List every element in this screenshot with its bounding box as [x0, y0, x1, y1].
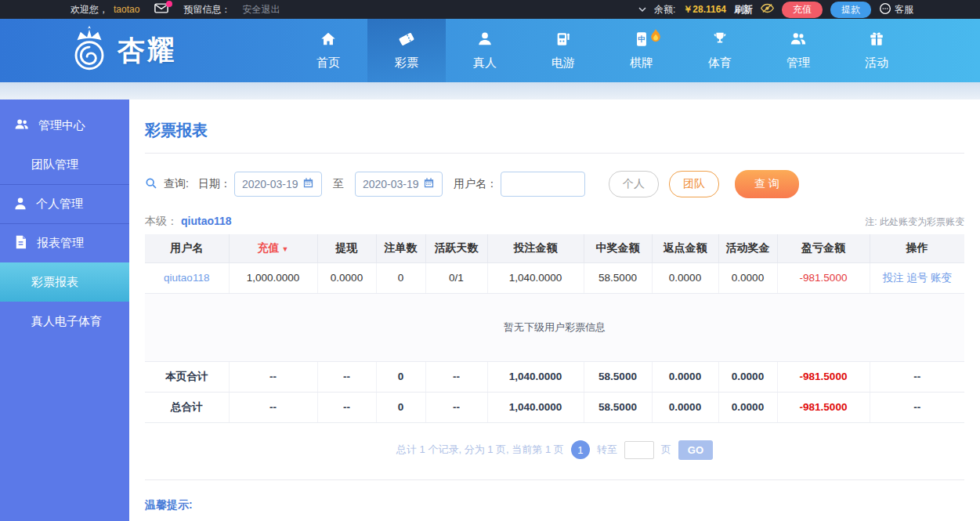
empty-message: 暂无下级用户彩票信息: [145, 293, 964, 361]
nav-item-live[interactable]: 真人: [446, 19, 524, 82]
footer-divider: [145, 479, 964, 480]
nav-label: 棋牌: [630, 56, 653, 71]
brand-logo[interactable]: 杏耀: [64, 19, 289, 82]
footer-tip: 温馨提示:: [145, 498, 964, 512]
grand-total-row: 总合计 -- -- 0 -- 1,040.0000 58.5000 0.0000…: [145, 392, 964, 422]
cell-recharge: 1,000.0000: [229, 262, 317, 293]
username[interactable]: taotao: [114, 4, 139, 15]
logout-link[interactable]: 安全退出: [242, 3, 280, 16]
nav-label: 电游: [551, 56, 575, 71]
nav-label: 首页: [316, 56, 340, 71]
balance-label: 余额:: [654, 3, 675, 16]
col-profit-loss: 盈亏金额: [777, 234, 870, 262]
reserved-info-label: 预留信息：: [183, 3, 230, 16]
col-username: 用户名: [145, 234, 229, 262]
col-recharge-sort[interactable]: 充值▼: [229, 234, 317, 262]
total-cell: --: [870, 361, 964, 392]
total-cell: 58.5000: [584, 361, 652, 392]
sidebar-item-lottery-report[interactable]: 彩票报表: [0, 262, 129, 302]
user-link[interactable]: qiutao118: [164, 272, 209, 284]
sidebar-item-label: 真人电子体育: [31, 314, 102, 329]
goto-label: 转至: [597, 443, 617, 457]
date-to-value: 2020-03-19: [363, 178, 419, 190]
username-label: 用户名：: [454, 177, 497, 191]
sidebar-item-report-manage[interactable]: 报表管理: [0, 223, 129, 262]
cell-win-amount: 58.5000: [584, 262, 652, 293]
total-cell: --: [229, 392, 317, 422]
sidebar-item-label: 彩票报表: [31, 275, 78, 290]
date-to-input[interactable]: 2020-03-19: [355, 172, 443, 197]
user-icon: [14, 197, 27, 212]
nav-item-lottery[interactable]: 彩票: [367, 19, 446, 82]
recharge-button[interactable]: 充值: [782, 2, 823, 18]
sidebar-item-manage-center[interactable]: 管理中心: [0, 106, 129, 145]
col-activity-bonus: 活动奖金: [718, 234, 777, 262]
page-number-button[interactable]: 1: [571, 440, 590, 459]
nav-label: 真人: [473, 56, 497, 71]
welcome-text: 欢迎您，: [71, 3, 108, 16]
total-cell: 0.0000: [652, 392, 718, 422]
chat-icon: [879, 2, 891, 17]
main-nav: 首页 彩票 真人 电游 中 棋牌: [289, 19, 916, 82]
chevron-down-icon[interactable]: [638, 4, 646, 15]
withdraw-button[interactable]: 提款: [830, 2, 871, 18]
nav-item-egame[interactable]: 电游: [524, 19, 602, 82]
level-user-link[interactable]: qiutao118: [181, 215, 232, 227]
cell-withdraw: 0.0000: [317, 262, 376, 293]
to-label: 至: [333, 177, 344, 191]
mail-button[interactable]: [154, 3, 168, 16]
page-total-row: 本页合计 -- -- 0 -- 1,040.0000 58.5000 0.000…: [145, 361, 964, 392]
chase-action-link[interactable]: 追号: [906, 272, 928, 284]
live-person-icon: [476, 31, 494, 50]
personal-filter-button[interactable]: 个人: [609, 171, 659, 197]
svg-text:中: 中: [638, 35, 645, 43]
col-rebate-amount: 返点金额: [652, 234, 718, 262]
sidebar-item-personal-manage[interactable]: 个人管理: [0, 184, 129, 223]
col-active-days: 活跃天数: [425, 234, 487, 262]
sidebar: 管理中心 团队管理 个人管理 报表管理 彩票报表 真人电子体育: [0, 99, 129, 521]
nav-item-chess[interactable]: 中 棋牌: [602, 19, 681, 82]
date-from-value: 2020-03-19: [242, 178, 298, 190]
team-filter-button[interactable]: 团队: [669, 171, 719, 197]
topbar: 欢迎您，taotao 预留信息： 安全退出 余额: ￥28.1164 刷新 充值…: [0, 0, 980, 19]
total-label: 本页合计: [145, 361, 229, 392]
go-button[interactable]: GO: [678, 440, 713, 460]
page-title: 彩票报表: [145, 120, 964, 141]
nav-item-home[interactable]: 首页: [289, 19, 367, 82]
nav-item-activity[interactable]: 活动: [837, 19, 916, 82]
total-cell: --: [870, 392, 964, 422]
report-icon: [14, 235, 27, 251]
total-cell: --: [425, 361, 487, 392]
customer-service-label: 客服: [895, 3, 913, 16]
people-icon: [790, 31, 807, 50]
col-bet-amount: 投注金额: [487, 234, 584, 262]
eye-off-icon[interactable]: [761, 3, 774, 16]
sidebar-item-team-manage[interactable]: 团队管理: [0, 145, 129, 184]
goto-page-input[interactable]: [624, 441, 654, 459]
username-input[interactable]: [501, 172, 585, 197]
refresh-link[interactable]: 刷新: [734, 3, 753, 16]
col-win-amount: 中奖金额: [584, 234, 652, 262]
nav-item-sports[interactable]: 体育: [681, 19, 759, 82]
bet-action-link[interactable]: 投注: [882, 272, 903, 284]
home-icon: [320, 31, 337, 50]
page-unit-label: 页: [661, 443, 671, 457]
table-header-row: 用户名 充值▼ 提现 注单数 活跃天数 投注金额 中奖金额 返点金额 活动奖金 …: [145, 234, 964, 262]
account-change-action-link[interactable]: 账变: [931, 272, 952, 284]
total-cell: 1,040.0000: [487, 361, 584, 392]
level-label: 本级：: [145, 215, 178, 227]
main-header: 杏耀 首页 彩票 真人 电游 中: [0, 19, 980, 82]
col-actions: 操作: [870, 234, 964, 262]
date-from-input[interactable]: 2020-03-19: [234, 172, 322, 197]
title-divider: [145, 153, 964, 154]
hot-flame-icon: [649, 29, 662, 46]
mail-badge: [166, 1, 172, 7]
calendar-icon: [423, 177, 435, 191]
customer-service-button[interactable]: 客服: [879, 2, 913, 17]
query-button[interactable]: 查 询: [735, 170, 799, 198]
total-cell: 0.0000: [718, 392, 777, 422]
total-cell: 0: [376, 361, 425, 392]
nav-item-manage[interactable]: 管理: [759, 19, 837, 82]
total-cell: -981.5000: [777, 361, 870, 392]
sidebar-item-live-esports[interactable]: 真人电子体育: [0, 302, 129, 341]
